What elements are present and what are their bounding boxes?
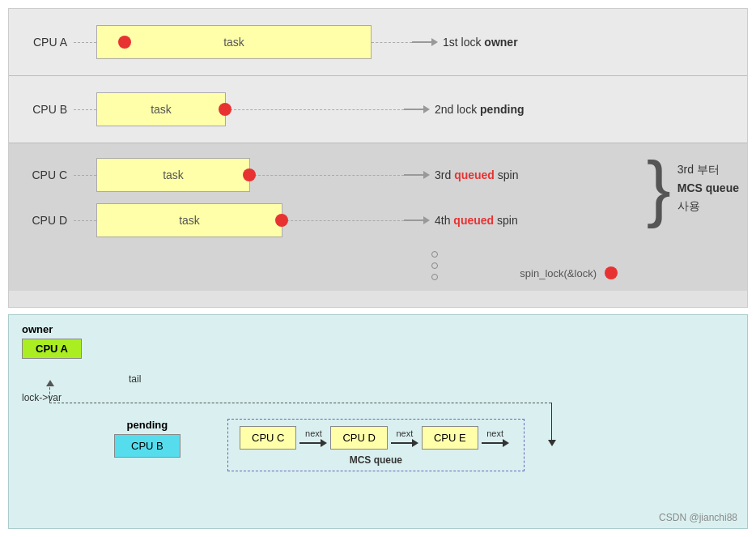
mcs-queue-container: CPU C next CPU D next: [227, 419, 525, 471]
curly-text: 3rd 부터 MCS queue 사용: [677, 160, 739, 215]
task-text-c: task: [97, 168, 249, 181]
lock-text-d-spin: spin: [494, 214, 518, 227]
next-arrow-3: next: [482, 428, 509, 447]
owner-label: owner: [22, 323, 82, 335]
dashed-line-a-right: [372, 42, 412, 43]
lower-gray-area: CPU C task 3rd queued spin: [9, 143, 747, 291]
dot-1: [431, 251, 438, 258]
dashed-line-c-right: [250, 175, 404, 176]
arrow-3-head: [503, 439, 509, 447]
mcs-nodes: CPU C next CPU D next: [240, 426, 512, 450]
arrow-a: [412, 35, 438, 49]
cpu-c-label: CPU C: [9, 168, 74, 181]
spin-lock-dot: [605, 266, 618, 279]
dashed-line-b-right: [226, 109, 404, 110]
row-a-bg: CPU A task 1st lock owner: [9, 9, 747, 76]
arrow-c-icon: [404, 168, 430, 182]
next-label-2: next: [397, 428, 414, 438]
svg-marker-1: [431, 38, 438, 46]
pending-area: pending CPU B: [114, 419, 181, 458]
cpu-e-node: CPU E: [422, 426, 478, 450]
lock-label-b: 2nd lock pending: [435, 103, 524, 116]
owner-area: owner CPU A: [22, 323, 82, 359]
lock-label-d: 4th queued spin: [435, 214, 518, 227]
spin-lock-label: spin_lock(&lock): [520, 267, 597, 279]
dashed-line-d-right: [282, 220, 404, 221]
cpu-d-label: CPU D: [9, 214, 74, 227]
lock-label-a: 1st lock owner: [443, 36, 518, 49]
csdn-watermark: CSDN @jianchi88: [659, 512, 737, 523]
top-section: CPU A task 1st lock owner: [8, 8, 748, 308]
cpu-row-c: CPU C task 3rd queued spin: [9, 151, 747, 195]
task-box-b: task: [96, 92, 226, 126]
cpu-row-a: CPU A task 1st lock owner: [9, 20, 747, 64]
task-text-b: task: [97, 103, 225, 116]
vert-line-right: [551, 403, 553, 443]
arrow-a-icon: [412, 35, 438, 49]
cpu-c-node: CPU C: [240, 426, 296, 450]
next-arrow-1: next: [299, 428, 327, 447]
pending-label: pending: [114, 419, 181, 431]
cpu-d-node: CPU D: [330, 426, 387, 450]
cpu-a-green-box: CPU A: [22, 339, 82, 359]
spin-lock-row: spin_lock(&lock): [520, 266, 618, 279]
arrow-d-icon: [404, 213, 430, 228]
mcs-queue-label: MCS queue: [240, 454, 512, 466]
cpu-a-label: CPU A: [9, 36, 74, 49]
task-text-d: task: [97, 214, 282, 227]
bottom-section: owner CPU A lock->var tail pending CPU B…: [8, 314, 748, 529]
cpu-row-d: CPU D task 4th queued spin: [9, 200, 747, 244]
task-text-a: task: [97, 36, 371, 49]
arrow-1-line: [299, 439, 327, 447]
cpu-c-node-label: CPU C: [252, 432, 284, 444]
dashed-line-a-left: [74, 42, 96, 43]
arrow-d: [404, 213, 430, 228]
lock-text-d-red: queued: [453, 214, 494, 227]
arrow-2-body: [391, 442, 412, 444]
task-box-d: task: [96, 203, 282, 237]
arrow-3-body: [482, 442, 503, 444]
cpu-e-node-label: CPU E: [434, 432, 466, 444]
row-b-bg: CPU B task 2nd lock pending: [9, 76, 747, 143]
arrow-1-head: [321, 439, 327, 447]
lock-text-c-spin: spin: [495, 168, 519, 181]
svg-marker-5: [423, 171, 430, 179]
red-dot-c: [243, 168, 256, 181]
cpu-row-b: CPU B task 2nd lock pending: [9, 87, 747, 131]
arrow-2-line: [391, 439, 418, 447]
lock-text-b-bold: pending: [480, 103, 524, 116]
lock-text-c-num: 3rd: [435, 168, 454, 181]
task-box-a: task: [96, 25, 372, 59]
curly-line-3: 사용: [677, 197, 739, 215]
svg-marker-7: [423, 216, 430, 224]
lock-text-d-num: 4th: [435, 214, 453, 227]
curly-line-2: MCS queue: [677, 179, 739, 197]
arrow-c: [404, 168, 430, 182]
task-box-c: task: [96, 158, 250, 192]
lock-text-a-plain: 1st lock: [443, 36, 484, 49]
cpu-b-label: CPU B: [9, 103, 74, 116]
curly-brace-area: } 3rd 부터 MCS queue 사용: [647, 151, 739, 224]
arrow-1-body: [299, 442, 321, 444]
red-dot-d: [275, 214, 288, 227]
lock-label-c: 3rd queued spin: [435, 168, 518, 181]
red-dot-a: [118, 36, 131, 49]
dot-2: [431, 262, 438, 269]
next-label-1: next: [305, 428, 322, 438]
tail-label: tail: [129, 373, 141, 385]
lock-var-label: lock->var: [22, 392, 62, 403]
dot-3: [431, 274, 438, 280]
curly-brace-symbol: }: [647, 151, 671, 224]
dashed-line-d-left: [74, 220, 96, 221]
cpu-d-node-label: CPU D: [342, 432, 375, 444]
svg-marker-3: [423, 105, 430, 113]
dots-area: [122, 249, 747, 283]
next-label-3: next: [486, 428, 503, 438]
next-arrow-2: next: [391, 428, 418, 447]
dashed-line-b-left: [74, 109, 96, 110]
arrow-b: [404, 102, 430, 117]
arrow-3-line: [482, 439, 509, 447]
arrow-up-tip: [46, 380, 54, 386]
dashed-line-c-left: [74, 175, 96, 176]
red-dot-b: [219, 103, 231, 116]
